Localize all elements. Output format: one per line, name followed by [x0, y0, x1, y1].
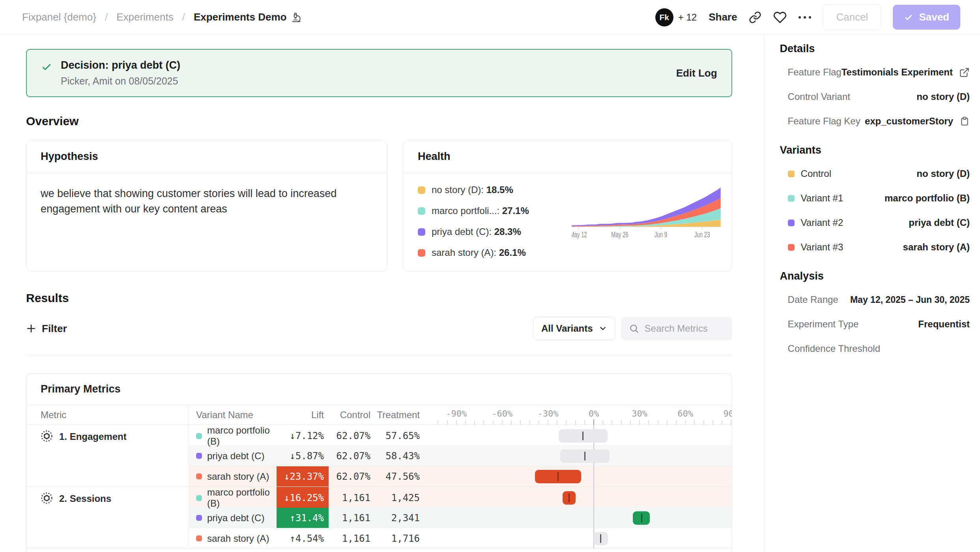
metric-target-icon	[41, 430, 53, 442]
x-axis-label: Jun 9	[655, 230, 668, 239]
add-metric-button[interactable]: Add	[26, 548, 732, 552]
variant-name: priya debt (C)	[207, 451, 264, 462]
add-filter-button[interactable]: Filter	[26, 323, 67, 335]
axis-label: 0%	[589, 409, 599, 419]
axis-tick	[539, 420, 539, 425]
lift-axis: -90%-60%-30%0%30%60%90%	[430, 405, 732, 425]
metric-name: 2. Sessions	[59, 492, 111, 548]
confidence-interval-cell	[430, 425, 732, 447]
variant-name: sarah story (A)	[207, 533, 269, 544]
breadcrumb-experiments[interactable]: Experiments	[116, 11, 174, 23]
control-cell: 62.07%	[329, 446, 375, 466]
metric-result-row[interactable]: priya debt (C) ↑31.4% 1,161 2,341	[189, 507, 732, 528]
legend-swatch	[418, 249, 425, 257]
feature-flag-row: Feature Flag Testimonials Experiment	[788, 67, 970, 78]
variant-row: Variant #3 sarah story (A)	[788, 242, 970, 253]
variant-name-cell: sarah story (A)	[189, 466, 277, 486]
column-header-metric: Metric	[26, 405, 189, 425]
external-link-icon[interactable]	[959, 67, 970, 78]
confidence-interval-cell	[430, 508, 732, 528]
variant-name-cell: marco portfolio (B)	[189, 487, 277, 509]
axis-tick	[648, 420, 649, 425]
favorite-heart-icon[interactable]	[773, 11, 787, 24]
axis-tick	[630, 420, 631, 425]
feature-flag-value[interactable]: Testimonials Experiment	[842, 67, 953, 78]
cancel-button[interactable]: Cancel	[823, 4, 881, 30]
metric-result-row[interactable]: marco portfolio (B) ↓16.25% 1,161 1,425	[189, 487, 732, 507]
avatar[interactable]: Fk	[655, 8, 673, 26]
all-variants-label: All Variants	[541, 323, 593, 334]
legend-item: no story (D): 18.5%	[418, 184, 572, 195]
legend-item: sarah story (A): 26.1%	[418, 247, 572, 258]
search-metrics-box[interactable]	[621, 317, 732, 340]
hypothesis-body: we believe that showing customer stories…	[26, 173, 366, 229]
primary-metrics-title: Primary Metrics	[26, 374, 732, 405]
health-title: Health	[404, 140, 732, 173]
metric-name: 1. Engagement	[59, 430, 127, 486]
axis-tick	[520, 420, 521, 425]
variant-name: marco portfolio (B)	[207, 425, 277, 447]
metric-result-row[interactable]: sarah story (A) ↑4.54% 1,161 1,716	[189, 528, 732, 548]
legend-label: sarah story (A): 26.1%	[432, 247, 526, 258]
variant-value: no story (D)	[916, 168, 970, 179]
metric-result-row[interactable]: sarah story (A) ↓23.37% 62.07% 47.56%	[189, 466, 732, 486]
treatment-cell: 1,425	[375, 487, 425, 509]
variant-value: priya debt (C)	[909, 217, 970, 228]
treatment-cell: 57.65%	[375, 425, 425, 447]
column-header-variant: Variant Name	[189, 405, 277, 425]
variant-name-cell: sarah story (A)	[189, 528, 277, 548]
metric-result-row[interactable]: priya debt (C) ↓5.87% 62.07% 58.43%	[189, 445, 732, 466]
avatar-overflow-count[interactable]: + 12	[678, 12, 697, 23]
axis-tick	[703, 420, 704, 425]
point-estimate-mark	[557, 472, 559, 481]
metric-cell: 1. Engagement	[26, 425, 189, 486]
decision-byline: Picker, Amit on 08/05/2025	[61, 75, 180, 87]
variant-row: Control no story (D)	[788, 168, 970, 179]
more-options-icon[interactable]	[799, 16, 811, 19]
control-cell: 62.07%	[329, 425, 375, 447]
search-metrics-input[interactable]	[645, 323, 724, 334]
feature-flag-key-value: exp_customerStory	[865, 116, 953, 127]
axis-tick	[575, 420, 576, 425]
decision-title: Decision: priya debt (C)	[61, 59, 180, 71]
legend-label: priya debt (C): 28.3%	[432, 226, 521, 237]
main-content: Decision: priya debt (C) Picker, Amit on…	[0, 35, 764, 552]
control-cell: 1,161	[329, 487, 375, 509]
variant-swatch	[788, 244, 795, 251]
control-variant-value: no story (D)	[916, 91, 970, 102]
axis-tick	[593, 419, 594, 425]
control-cell: 1,161	[329, 528, 375, 548]
axis-tick	[438, 420, 438, 425]
details-section-title: Details	[780, 43, 970, 55]
axis-tick	[483, 420, 484, 425]
control-cell: 1,161	[329, 508, 375, 528]
feature-flag-key-row: Feature Flag Key exp_customerStory	[788, 116, 970, 127]
experiment-type-label: Experiment Type	[788, 319, 859, 330]
legend-swatch	[418, 228, 425, 236]
point-estimate-mark	[641, 514, 642, 522]
clipboard-icon[interactable]	[959, 116, 970, 126]
check-icon	[41, 62, 52, 73]
axis-tick	[612, 420, 612, 425]
share-button[interactable]: Share	[709, 11, 737, 23]
axis-tick	[548, 420, 548, 425]
date-range-value: May 12, 2025 – Jun 30, 2025	[850, 295, 970, 305]
axis-tick	[511, 420, 512, 425]
copy-link-icon[interactable]	[749, 11, 761, 24]
axis-tick	[493, 420, 494, 425]
lift-cell: ↑4.54%	[277, 528, 329, 548]
variant-swatch	[196, 453, 202, 459]
legend-swatch	[418, 207, 425, 215]
variant-name: sarah story (A)	[207, 471, 269, 482]
column-header-lift: Lift	[277, 405, 329, 425]
all-variants-dropdown[interactable]: All Variants	[533, 317, 615, 340]
axis-tick	[667, 420, 668, 425]
breadcrumb-separator: /	[182, 11, 185, 23]
saved-button[interactable]: Saved	[893, 5, 960, 30]
metric-result-row[interactable]: marco portfolio (B) ↓7.12% 62.07% 57.65%	[189, 425, 732, 445]
breadcrumb-project[interactable]: Fixpanel {demo}	[22, 11, 96, 23]
edit-log-button[interactable]: Edit Log	[676, 67, 717, 79]
axis-tick	[584, 420, 585, 425]
filter-label: Filter	[42, 323, 67, 335]
lift-cell: ↓5.87%	[277, 446, 329, 466]
